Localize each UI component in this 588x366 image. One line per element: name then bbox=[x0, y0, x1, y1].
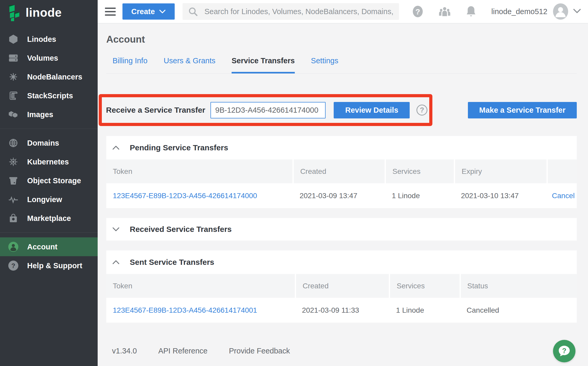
support-chat-button[interactable]: ? bbox=[553, 340, 575, 362]
col-created: Created bbox=[295, 274, 389, 298]
sent-transfers-header[interactable]: Sent Service Transfers bbox=[106, 250, 577, 274]
bucket-icon bbox=[8, 175, 19, 186]
table-header-row: Token Created Services Status bbox=[106, 274, 577, 298]
svg-text:?: ? bbox=[562, 347, 566, 355]
help-question-icon: ? bbox=[8, 260, 19, 271]
pending-transfers-header[interactable]: Pending Service Transfers bbox=[106, 136, 577, 159]
sidebar-item-label: Volumes bbox=[27, 54, 58, 62]
tab-users-grants[interactable]: Users & Grants bbox=[164, 56, 215, 73]
tab-service-transfers[interactable]: Service Transfers bbox=[232, 56, 295, 73]
linode-cube-icon bbox=[8, 34, 19, 45]
sidebar-item-label: Account bbox=[27, 243, 57, 251]
app-window: linode Linodes Volumes bbox=[0, 0, 588, 366]
topbar: Create ? bbox=[98, 0, 588, 23]
transfer-token-input[interactable] bbox=[210, 102, 326, 118]
footer: v1.34.0 API Reference Provide Feedback bbox=[106, 347, 577, 355]
global-search[interactable] bbox=[183, 3, 399, 20]
sidebar-item-marketplace[interactable]: Marketplace bbox=[0, 209, 98, 228]
transfer-help-icon[interactable]: ? bbox=[416, 105, 427, 116]
footer-feedback-link[interactable]: Provide Feedback bbox=[229, 347, 290, 355]
receive-transfer-row: Receive a Service Transfer Review Detail… bbox=[106, 94, 577, 126]
col-services: Services bbox=[390, 274, 460, 298]
kubernetes-wheel-icon bbox=[8, 156, 19, 167]
avatar[interactable] bbox=[553, 3, 568, 20]
col-actions bbox=[547, 159, 577, 183]
topbar-icons: ? bbox=[411, 5, 477, 18]
sidebar-item-images[interactable]: Images bbox=[0, 105, 98, 124]
col-token: Token bbox=[106, 159, 293, 183]
sidebar-item-volumes[interactable]: Volumes bbox=[0, 49, 98, 67]
sidebar-item-label: Object Storage bbox=[27, 176, 81, 185]
help-icon[interactable]: ? bbox=[411, 5, 424, 18]
user-menu-chevron-icon[interactable] bbox=[573, 8, 581, 15]
sidebar-item-stackscripts[interactable]: StackScripts bbox=[0, 86, 98, 105]
status-cell: Cancelled bbox=[460, 298, 577, 323]
username-menu[interactable]: linode_demo512 bbox=[491, 7, 547, 16]
sidebar-item-label: NodeBalancers bbox=[27, 73, 82, 81]
section-title: Received Service Transfers bbox=[130, 225, 232, 234]
tab-billing-info[interactable]: Billing Info bbox=[113, 56, 148, 73]
sidebar-item-object-storage[interactable]: Object Storage bbox=[0, 171, 98, 190]
services-cell: 1 Linode bbox=[390, 298, 460, 323]
footer-api-reference-link[interactable]: API Reference bbox=[158, 347, 208, 355]
create-button[interactable]: Create bbox=[122, 3, 175, 20]
sidebar-item-account[interactable]: Account bbox=[0, 237, 98, 256]
sidebar-item-label: Images bbox=[27, 110, 53, 119]
chat-question-icon: ? bbox=[557, 344, 572, 358]
col-status: Status bbox=[460, 274, 577, 298]
chevron-down-icon bbox=[159, 9, 166, 14]
notifications-bell-icon[interactable] bbox=[465, 5, 477, 18]
cancel-link[interactable]: Cancel bbox=[552, 192, 575, 200]
token-link[interactable]: 123E4567-E89B-12D3-A456-426614174000 bbox=[113, 192, 257, 200]
sidebar-nav: Linodes Volumes bbox=[0, 30, 98, 275]
sent-transfers-panel: Sent Service Transfers Token Created Ser… bbox=[106, 250, 577, 323]
review-details-button[interactable]: Review Details bbox=[334, 102, 410, 118]
sidebar-item-help-support[interactable]: ? Help & Support bbox=[0, 256, 98, 275]
shopping-bag-icon bbox=[8, 213, 19, 224]
logo-wordmark: linode bbox=[26, 5, 62, 20]
annotation-highlight-box: Receive a Service Transfer Review Detail… bbox=[99, 94, 432, 126]
globe-icon bbox=[8, 138, 19, 148]
svg-text:?: ? bbox=[415, 7, 420, 16]
sidebar-item-longview[interactable]: Longview bbox=[0, 190, 98, 209]
created-cell: 2021-03-09 11:33 bbox=[295, 298, 389, 323]
sidebar-item-label: Marketplace bbox=[27, 214, 71, 223]
sidebar-divider bbox=[0, 232, 98, 233]
community-icon[interactable] bbox=[438, 6, 451, 17]
sidebar-divider bbox=[0, 129, 98, 129]
make-service-transfer-button[interactable]: Make a Service Transfer bbox=[468, 102, 577, 118]
svg-text:?: ? bbox=[11, 262, 15, 269]
collapse-chevron-up-icon bbox=[112, 145, 120, 150]
hamburger-menu-icon[interactable] bbox=[105, 5, 116, 18]
sidebar-item-nodebalancers[interactable]: NodeBalancers bbox=[0, 67, 98, 86]
table-header-row: Token Created Services Expiry bbox=[106, 159, 577, 183]
images-icon bbox=[8, 109, 19, 120]
collapse-chevron-down-icon bbox=[112, 227, 120, 232]
collapse-chevron-up-icon bbox=[112, 260, 120, 265]
linode-logo[interactable]: linode bbox=[0, 0, 98, 26]
sidebar-item-kubernetes[interactable]: Kubernetes bbox=[0, 152, 98, 171]
main-area: Create ? bbox=[98, 0, 588, 366]
token-link[interactable]: 123E4567-E89B-12D3-A456-426614174001 bbox=[113, 306, 257, 314]
pending-transfers-panel: Pending Service Transfers Token Created … bbox=[106, 136, 577, 208]
col-token: Token bbox=[106, 274, 295, 298]
created-cell: 2021-03-09 13:47 bbox=[293, 183, 385, 208]
sidebar-item-label: Domains bbox=[27, 139, 59, 147]
linode-logo-icon bbox=[7, 5, 22, 21]
footer-version-link[interactable]: v1.34.0 bbox=[112, 347, 137, 355]
receive-transfer-label: Receive a Service Transfer bbox=[106, 106, 205, 115]
token-cell: 123E4567-E89B-12D3-A456-426614174001 bbox=[106, 298, 295, 323]
section-title: Pending Service Transfers bbox=[130, 143, 228, 152]
page-title: Account bbox=[106, 34, 577, 45]
col-created: Created bbox=[293, 159, 385, 183]
create-button-label: Create bbox=[131, 7, 155, 16]
sidebar-item-domains[interactable]: Domains bbox=[0, 134, 98, 152]
col-services: Services bbox=[385, 159, 455, 183]
search-input[interactable] bbox=[204, 7, 394, 16]
received-transfers-header[interactable]: Received Service Transfers bbox=[106, 218, 577, 241]
sidebar-item-linodes[interactable]: Linodes bbox=[0, 30, 98, 49]
tab-settings[interactable]: Settings bbox=[311, 56, 338, 73]
account-person-icon bbox=[8, 241, 19, 252]
sidebar-item-label: Kubernetes bbox=[27, 158, 69, 166]
expiry-cell: 2021-03-10 13:47 bbox=[454, 183, 547, 208]
